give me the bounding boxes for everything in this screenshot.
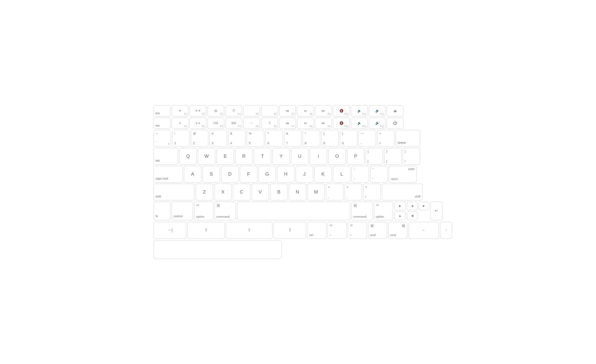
key-enter[interactable]: enter return	[389, 166, 417, 182]
key-f9-2[interactable]: ⏭ F9	[315, 118, 332, 129]
key-h[interactable]: H	[277, 166, 295, 182]
key-arrow-left-sm[interactable]: ◀	[407, 202, 417, 210]
key-t[interactable]: T	[254, 148, 271, 165]
key-a[interactable]: A	[184, 166, 201, 182]
key-f3[interactable]: ⊞ F3	[208, 105, 224, 116]
key-esc[interactable]: esc	[154, 105, 171, 116]
key-f1[interactable]: ☀ F1	[171, 105, 188, 116]
key-alt-option-r[interactable]: alt option	[374, 202, 393, 220]
key-slash[interactable]: ? /	[363, 184, 381, 201]
key-x[interactable]: X	[214, 184, 232, 201]
key-alt-option-l[interactable]: alt option	[194, 202, 213, 220]
key-l[interactable]: L	[333, 166, 350, 182]
key-backslash[interactable]: | \	[403, 148, 420, 165]
key-f2-2[interactable]: ☀☀ F2	[189, 118, 206, 129]
key-7[interactable]: & 7	[284, 130, 301, 147]
key-arrow-right-sm[interactable]: ▶	[419, 202, 429, 210]
key-eject[interactable]: ⏏	[387, 105, 403, 116]
key-power[interactable]: ⏻	[387, 118, 403, 129]
key-d[interactable]: D	[221, 166, 239, 182]
key-f3-2[interactable]: ⊟⊞ F3	[208, 118, 224, 129]
key-n[interactable]: N	[289, 184, 306, 201]
key-e[interactable]: E	[216, 148, 234, 165]
key-3[interactable]: # 3	[209, 130, 227, 147]
key-touchpad[interactable]	[154, 240, 282, 259]
key-q[interactable]: Q	[179, 148, 197, 165]
key-equals[interactable]: + =	[377, 130, 395, 147]
key-c[interactable]: C	[233, 184, 250, 201]
key-f12[interactable]: 🔊 F12	[369, 105, 386, 116]
key-play-icon[interactable]: ▶	[394, 202, 406, 210]
key-s[interactable]: S	[202, 166, 220, 182]
key-f11-2[interactable]: 🔉 F11	[351, 118, 368, 129]
key-tab-icon[interactable]: →|	[154, 222, 186, 239]
key-arrow-up-main[interactable]: ▲	[394, 211, 406, 220]
key-w[interactable]: W	[198, 148, 215, 165]
key-tilde[interactable]: ~ ` §	[154, 130, 171, 147]
key-fn[interactable]: fn	[154, 202, 171, 220]
key-f8-2[interactable]: ⏯ F8	[297, 118, 314, 129]
key-shift-up-l[interactable]: ⇧	[187, 222, 225, 239]
key-g[interactable]: G	[258, 166, 276, 182]
key-home[interactable]: ←	[409, 222, 439, 239]
key-space-wide[interactable]: ⇧	[226, 222, 272, 239]
key-p[interactable]: P	[347, 148, 364, 165]
key-spacebar[interactable]	[237, 202, 350, 220]
key-alt-3[interactable]: alt ⌐	[348, 222, 367, 239]
key-f6[interactable]: F6	[261, 105, 278, 116]
key-j[interactable]: J	[296, 166, 313, 182]
key-9[interactable]: ( 9	[321, 130, 339, 147]
key-bracket-r[interactable]: } ]	[384, 148, 402, 165]
key-quote[interactable]: " '	[370, 166, 388, 182]
key-semicolon[interactable]: : ;	[351, 166, 369, 182]
key-shift-up-r[interactable]: ⇧	[274, 222, 306, 239]
key-alt-2[interactable]: alt ⌐	[328, 222, 347, 239]
key-1[interactable]: ! 1	[172, 130, 190, 147]
key-f9[interactable]: ⏭ F9	[315, 105, 332, 116]
key-0[interactable]: ) 0	[340, 130, 357, 147]
key-tab[interactable]: tab	[154, 148, 178, 165]
key-shift-l[interactable]: shift	[154, 184, 194, 201]
key-f4[interactable]: ⏱ F4	[225, 105, 242, 116]
key-f10-2[interactable]: 🔇 F10	[333, 118, 350, 129]
key-return-arrow[interactable]: ↵	[430, 202, 442, 220]
key-f5-2[interactable]: ⋯ F5	[243, 118, 260, 129]
key-k[interactable]: K	[314, 166, 332, 182]
key-control[interactable]: control	[171, 202, 193, 220]
key-y[interactable]: Y	[272, 148, 290, 165]
key-bracket-l[interactable]: { [	[365, 148, 383, 165]
key-f4-2[interactable]: ⊞⊞ F4	[225, 118, 242, 129]
key-5[interactable]: % 5	[247, 130, 264, 147]
key-f6-2[interactable]: ⠿ F6	[261, 118, 278, 129]
key-f[interactable]: F	[240, 166, 257, 182]
key-o[interactable]: O	[328, 148, 346, 165]
key-cmd-r[interactable]: ⌘ command	[351, 202, 373, 220]
key-caps-lock[interactable]: caps lock	[154, 166, 183, 182]
key-esc-2[interactable]: esc	[154, 118, 171, 129]
key-v[interactable]: V	[252, 184, 269, 201]
key-f12-2[interactable]: 🔊 F12	[369, 118, 386, 129]
key-delete[interactable]: delete	[396, 130, 420, 147]
key-ctrl-2[interactable]: ctrl	[307, 222, 326, 239]
key-z[interactable]: Z	[195, 184, 213, 201]
key-i[interactable]: I	[310, 148, 327, 165]
key-cmd-l[interactable]: ⌘ command	[214, 202, 236, 220]
key-8[interactable]: * 8	[303, 130, 320, 147]
key-u[interactable]: U	[291, 148, 308, 165]
key-f7-2[interactable]: ⏮ F7	[279, 118, 296, 129]
key-f2[interactable]: ☀☀ F2	[189, 105, 206, 116]
key-period[interactable]: > .	[344, 184, 362, 201]
key-f1-2[interactable]: ☀ F1	[171, 118, 188, 129]
key-r[interactable]: R	[235, 148, 253, 165]
key-6[interactable]: ^ 6	[265, 130, 283, 147]
key-f11[interactable]: 🔉 F11	[351, 105, 368, 116]
key-minus[interactable]: — -	[358, 130, 376, 147]
key-m[interactable]: M	[307, 184, 325, 201]
key-f8[interactable]: ⏯ F8	[297, 105, 314, 116]
key-arrow-down-main[interactable]: ◀	[407, 211, 417, 220]
key-f5[interactable]: F5	[243, 105, 260, 116]
key-comma[interactable]: < ,	[326, 184, 343, 201]
key-f10[interactable]: 🔇 F10	[333, 105, 350, 116]
key-2[interactable]: @ 2	[191, 130, 208, 147]
key-cmd-icon-r[interactable]: cmd ⌘	[388, 222, 407, 239]
